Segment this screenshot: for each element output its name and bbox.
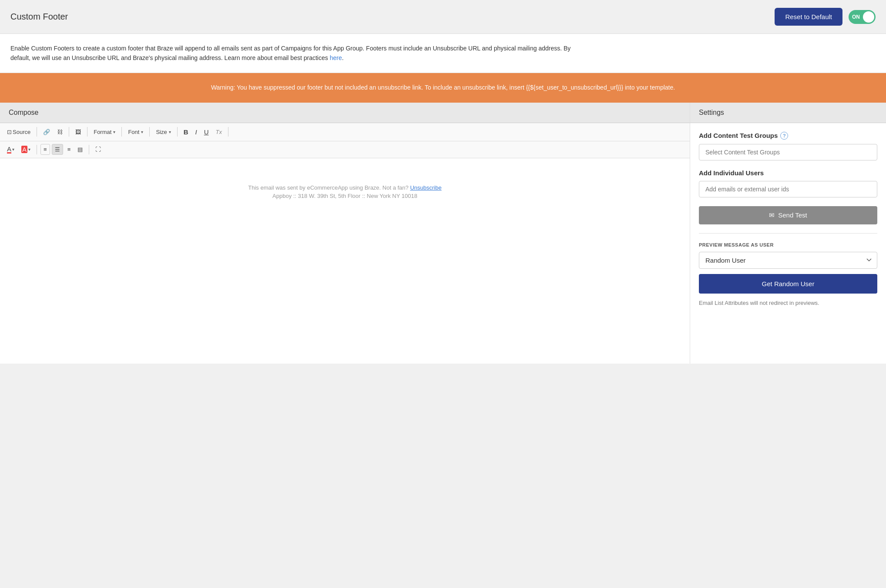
image-button[interactable]: 🖼 bbox=[73, 127, 84, 137]
content-test-groups-label: Add Content Test Groups ? bbox=[699, 132, 877, 140]
strikethrough-button[interactable]: Tx bbox=[213, 127, 225, 137]
format-dropdown[interactable]: Format ▾ bbox=[91, 127, 118, 137]
font-color-icon: A bbox=[7, 146, 11, 154]
toolbar-row1: ⊡ Source 🔗 ⛓ 🖼 Format ▾ bbox=[0, 123, 690, 141]
highlight-color-icon: A bbox=[21, 146, 27, 153]
info-text: Enable Custom Footers to create a custom… bbox=[10, 43, 576, 63]
align-left-button[interactable]: ≡ bbox=[40, 144, 50, 155]
reset-to-default-button[interactable]: Reset to Default bbox=[775, 8, 842, 26]
expand-button[interactable]: ⛶ bbox=[93, 144, 104, 154]
divider-7 bbox=[228, 127, 228, 137]
divider-5 bbox=[149, 127, 150, 137]
individual-users-input[interactable] bbox=[699, 181, 877, 197]
font-dropdown[interactable]: Font ▾ bbox=[125, 127, 146, 137]
format-label: Format bbox=[94, 129, 111, 135]
justify-button[interactable]: ▤ bbox=[75, 144, 85, 154]
unlink-icon: ⛓ bbox=[57, 129, 63, 135]
divider-4 bbox=[121, 127, 122, 137]
font-color-chevron-icon: ▾ bbox=[12, 147, 14, 152]
here-link[interactable]: here bbox=[330, 54, 342, 61]
compose-panel-header: Compose bbox=[0, 103, 690, 123]
send-test-label: Send Test bbox=[778, 211, 807, 219]
highlight-color-button[interactable]: A ▾ bbox=[19, 144, 33, 155]
info-text-part1: Enable Custom Footers to create a custom… bbox=[10, 45, 571, 61]
align-left-icon: ≡ bbox=[44, 146, 47, 153]
individual-users-section: Add Individual Users bbox=[699, 169, 877, 197]
divider-1 bbox=[37, 127, 37, 137]
expand-icon: ⛶ bbox=[95, 146, 101, 153]
get-random-user-button[interactable]: Get Random User bbox=[699, 274, 877, 294]
content-test-groups-input[interactable] bbox=[699, 144, 877, 160]
content-test-groups-section: Add Content Test Groups ? bbox=[699, 132, 877, 160]
link-button[interactable]: 🔗 bbox=[40, 127, 53, 137]
header-actions: Reset to Default ON bbox=[775, 8, 876, 26]
info-section: Enable Custom Footers to create a custom… bbox=[0, 34, 886, 73]
align-center-button[interactable]: ☰ bbox=[52, 144, 63, 155]
image-icon: 🖼 bbox=[75, 129, 81, 135]
size-dropdown[interactable]: Size ▾ bbox=[153, 127, 173, 137]
align-center-icon: ☰ bbox=[55, 146, 60, 153]
divider-2 bbox=[69, 127, 69, 137]
strikethrough-icon: Tx bbox=[216, 129, 222, 135]
align-right-icon: ≡ bbox=[67, 146, 71, 153]
preview-label: PREVIEW MESSAGE AS USER bbox=[699, 242, 877, 247]
toggle-knob bbox=[863, 11, 874, 23]
highlight-chevron-icon: ▾ bbox=[28, 147, 30, 152]
settings-content: Add Content Test Groups ? Add Individual… bbox=[690, 123, 886, 324]
divider-3 bbox=[87, 127, 87, 137]
settings-panel: Settings Add Content Test Groups ? Add I… bbox=[690, 103, 886, 364]
preview-user-dropdown[interactable]: Random User Specific User bbox=[699, 252, 877, 269]
divider-6 bbox=[177, 127, 178, 137]
warning-banner: Warning: You have suppressed our footer … bbox=[0, 73, 886, 103]
underline-button[interactable]: U bbox=[201, 127, 211, 137]
editor-email-text: This email was sent by eCommerceApp usin… bbox=[9, 184, 681, 191]
justify-icon: ▤ bbox=[77, 146, 83, 153]
email-list-note: Email List Attributes will not redirect … bbox=[699, 300, 877, 306]
bold-button[interactable]: B bbox=[181, 127, 191, 137]
individual-users-label: Add Individual Users bbox=[699, 169, 877, 177]
size-label: Size bbox=[156, 129, 167, 135]
content-test-groups-help-icon[interactable]: ? bbox=[780, 132, 788, 140]
font-label: Font bbox=[128, 129, 139, 135]
settings-panel-header: Settings bbox=[690, 103, 886, 123]
editor-text-main: This email was sent by eCommerceApp usin… bbox=[248, 184, 409, 191]
editor-area[interactable]: This email was sent by eCommerceApp usin… bbox=[0, 158, 690, 332]
info-text-part2: . bbox=[342, 54, 344, 61]
section-divider bbox=[699, 233, 877, 234]
custom-footer-toggle[interactable]: ON bbox=[849, 10, 876, 24]
compose-panel: Compose ⊡ Source 🔗 ⛓ 🖼 bbox=[0, 103, 690, 364]
unlink-button[interactable]: ⛓ bbox=[54, 127, 65, 137]
format-chevron-icon: ▾ bbox=[113, 130, 115, 134]
warning-text: Warning: You have suppressed our footer … bbox=[211, 84, 675, 91]
page-header: Custom Footer Reset to Default ON bbox=[0, 0, 886, 34]
send-test-envelope-icon: ✉ bbox=[769, 211, 775, 219]
toolbar-row2: A ▾ A ▾ ≡ ☰ ≡ ▤ bbox=[0, 141, 690, 158]
main-content: Compose ⊡ Source 🔗 ⛓ 🖼 bbox=[0, 103, 886, 364]
source-label: Source bbox=[13, 129, 30, 135]
source-button[interactable]: ⊡ Source bbox=[4, 127, 33, 137]
link-icon: 🔗 bbox=[43, 129, 50, 135]
font-color-button[interactable]: A ▾ bbox=[4, 144, 17, 155]
toggle-label: ON bbox=[852, 14, 860, 20]
font-chevron-icon: ▾ bbox=[141, 130, 143, 134]
source-icon: ⊡ bbox=[7, 129, 12, 135]
unsubscribe-link[interactable]: Unsubscribe bbox=[410, 184, 441, 191]
divider-9 bbox=[89, 145, 89, 154]
size-chevron-icon: ▾ bbox=[169, 130, 171, 134]
align-right-button[interactable]: ≡ bbox=[65, 144, 74, 154]
italic-button[interactable]: I bbox=[193, 127, 200, 137]
editor-address: Appboy :: 318 W. 39th St, 5th Floor :: N… bbox=[9, 193, 681, 199]
send-test-button[interactable]: ✉ Send Test bbox=[699, 206, 877, 224]
preview-section: PREVIEW MESSAGE AS USER Random User Spec… bbox=[699, 242, 877, 306]
page-title: Custom Footer bbox=[10, 12, 68, 22]
divider-8 bbox=[37, 145, 37, 154]
